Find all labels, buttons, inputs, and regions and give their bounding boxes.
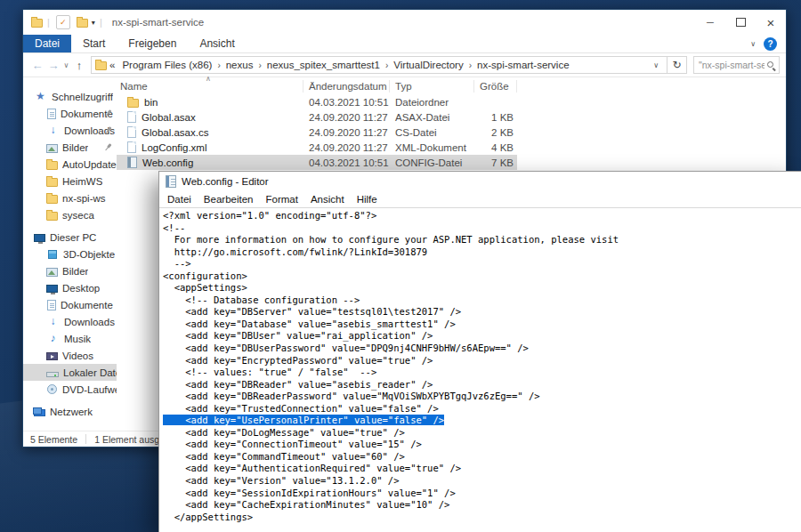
dvd-drive-icon [47,384,57,394]
ribbon-expand-icon[interactable]: ∨ [750,40,756,48]
ribbon-tab-datei[interactable]: Datei [23,35,71,52]
editor-menu-hilfe[interactable]: Hilfe [351,194,384,205]
file-row-web-config[interactable]: Web.config04.03.2021 10:51CONFIG-Datei7 … [117,155,517,170]
column-headers: ∧ NameÄnderungsdatumTypGröße [117,78,786,94]
network-icon [34,409,45,416]
file-row-global-asax[interactable]: Global.asax24.09.2020 11:27ASAX-Datei1 K… [117,109,517,125]
editor-menu-ansicht[interactable]: Ansicht [304,194,351,205]
ribbon-tab-ansicht[interactable]: Ansicht [188,35,246,52]
editor-line: <!-- values: "true" / "false" --> [163,367,801,379]
breadcrumb-segment-nexus[interactable]: nexus [222,60,258,70]
sidebar-item-autoupdater[interactable]: AutoUpdater [23,156,117,173]
forward-button[interactable]: → [45,59,61,72]
qat-dropdown-icon[interactable]: ▾ [92,19,95,27]
folder-icon [46,212,58,221]
editor-line-text: <add key="DBUserPassword" value="DPQ9nj4… [163,343,529,353]
column-header-typ[interactable]: Typ [390,80,474,93]
breadcrumb-segment-virtualdirectory[interactable]: VirtualDirectory [389,60,467,70]
breadcrumb-overflow-icon[interactable]: « [107,60,117,70]
file-size-cell: 1 KB [474,112,517,123]
sidebar-item-bilder[interactable]: Bilder [23,139,117,156]
editor-line-text: <!-- values: "true" / "false" --> [163,367,376,377]
quick-access-folder-icon[interactable] [77,19,88,28]
sidebar-item-downloads[interactable]: ↓Downloads [23,313,117,330]
recent-locations-dropdown-icon[interactable]: ∨ [61,61,71,69]
address-bar[interactable]: «Program Files (x86)›nexus›nexus_spitex_… [91,56,668,74]
sidebar-item-lokaler-datentr-ger[interactable]: Lokaler Datenträger [23,364,117,381]
editor-line-text: <!-- [163,222,185,233]
editor-line-text: <?xml version="1.0" encoding="utf-8"?> [163,210,376,221]
breadcrumb-segment-program-files-x86[interactable]: Program Files (x86) [117,60,216,70]
file-name-cell: bin [117,97,303,108]
editor-line: <add key="Database" value="asebis_smartt… [163,318,801,331]
sidebar-item-label: Downloads [64,317,115,327]
document-icon [47,109,56,119]
editor-line-text: <add key="DBServer" value="testsql01\tes… [163,306,461,317]
help-icon[interactable]: ? [764,37,777,51]
refresh-icon[interactable]: ↻ [668,56,687,74]
up-button[interactable]: ↑ [71,59,87,72]
breadcrumb-segment-nexus-spitex-smarttest1[interactable]: nexus_spitex_smarttest1 [263,60,384,70]
sidebar-item-desktop[interactable]: Desktop [23,279,117,296]
editor-line-text: <add key="DBReader" value="asebis_reader… [163,379,433,390]
sidebar-item-schnellzugriff[interactable]: ★Schnellzugriff [23,88,117,105]
ribbon-tab-freigeben[interactable]: Freigeben [117,35,188,52]
close-button[interactable]: × [756,10,786,35]
window-controls: ─ × [695,10,786,35]
folder-icon [46,161,58,170]
editor-line: <add key="DBUserPassword" value="DPQ9nj4… [163,343,801,355]
sidebar-item-syseca[interactable]: syseca [23,206,117,223]
editor-line-text: <add key="Version" value="13.1.2.0" /> [163,475,400,486]
quick-access-check-icon[interactable]: ✓ [56,15,70,29]
editor-selected-line: <add key="UsePersonalPrinter" value="fal… [163,415,444,425]
hard-drive-icon [46,372,59,377]
maximize-icon [736,18,746,27]
editor-menubar: DateiBearbeitenFormatAnsichtHilfe [159,191,801,208]
file-size-cell: 7 KB [474,157,517,168]
file-icon [127,126,136,138]
sidebar-item-musik[interactable]: ♪Musik [23,330,117,347]
sidebar-item-videos[interactable]: Videos [23,347,117,364]
sidebar-item-dokumente[interactable]: Dokumente [23,296,117,313]
editor-line: <add key="DBUser" value="rai_application… [163,330,801,343]
editor-text[interactable]: <?xml version="1.0" encoding="utf-8"?><!… [159,208,801,532]
editor-line: <add key="CommandTimeout" value="60" /> [163,451,801,463]
editor-line: <!-- [163,222,801,235]
file-row-bin[interactable]: bin04.03.2021 10:51Dateiordner [117,94,517,109]
editor-menu-datei[interactable]: Datei [161,194,198,205]
editor-menu-format[interactable]: Format [259,194,303,205]
file-type-cell: XML-Dokument [390,142,474,153]
search-input[interactable] [697,59,766,71]
address-dropdown-icon[interactable]: ∨ [649,61,663,69]
editor-menu-bearbeiten[interactable]: Bearbeiten [198,194,260,205]
search-box [693,56,780,74]
file-type-cell: ASAX-Datei [390,112,474,123]
file-name-label: Global.asax [142,112,196,123]
file-name-label: LogConfig.xml [142,142,207,153]
file-type-cell: Dateiordner [390,97,474,108]
back-button[interactable]: ← [29,59,45,72]
ribbon-tab-start[interactable]: Start [71,35,117,52]
minimize-button[interactable]: ─ [695,10,725,35]
sidebar-item-dieser-pc[interactable]: Dieser PC [23,229,117,246]
editor-line-text: <appSettings> [163,282,247,293]
sidebar-item-label: HeimWS [62,176,102,187]
sidebar-item-heimws[interactable]: HeimWS [23,173,117,189]
sidebar-item-downloads[interactable]: ↓Downloads [23,122,117,139]
sidebar-item-bilder[interactable]: Bilder [23,262,117,279]
maximize-button[interactable] [725,10,756,35]
editor-line: <add key="DoLogMessage" value="true" /> [163,427,801,439]
desktop: | ✓ ▾ | nx-spi-smart-service ─ × DateiSt… [0,0,801,532]
sidebar-item-nx-spi-ws[interactable]: nx-spi-ws [23,189,117,206]
file-row-global-asax-cs[interactable]: Global.asax.cs24.09.2020 11:27CS-Datei2 … [117,125,517,140]
column-header-gr-e[interactable]: Größe [474,80,517,93]
sidebar-item-dokumente[interactable]: Dokumente [23,105,117,122]
sidebar-item-netzwerk[interactable]: Netzwerk [23,403,117,420]
sidebar-item-label: DVD-Laufwerk (D:) S [62,384,117,395]
search-icon[interactable] [766,60,776,70]
sidebar-item-dvd-laufwerk-d-s[interactable]: DVD-Laufwerk (D:) S [23,381,117,398]
file-row-logconfig-xml[interactable]: LogConfig.xml24.09.2020 11:27XML-Dokumen… [117,140,517,155]
sidebar-item-3d-objekte[interactable]: 3D-Objekte [23,246,117,262]
column-header-nderungsdatum[interactable]: Änderungsdatum [303,80,390,93]
breadcrumb-segment-nx-spi-smart-service[interactable]: nx-spi-smart-service [473,60,574,70]
